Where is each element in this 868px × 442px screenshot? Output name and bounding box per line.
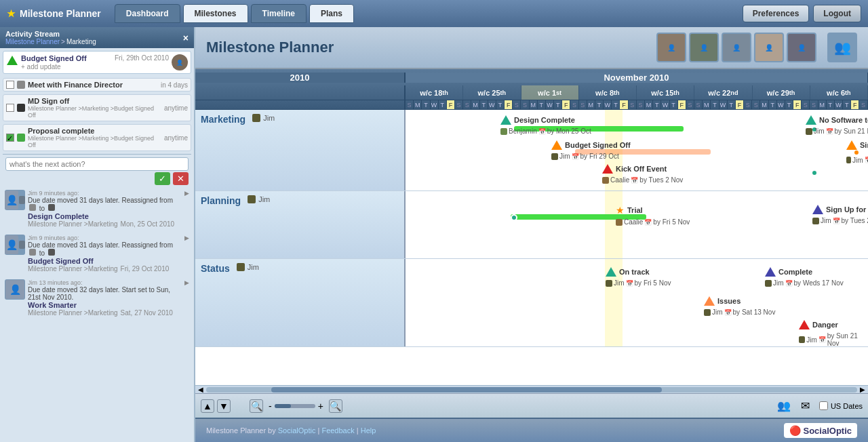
feed-action-2[interactable]: ▶ — [184, 235, 189, 241]
milestone-trial[interactable]: ★ Trial Caalie 📅 by Fri 5 Nov — [616, 205, 690, 226]
help-link[interactable]: Help — [361, 426, 376, 435]
milestone-design-complete[interactable]: Design Complete Benjamin 📅 by Mon 25 Oct — [500, 115, 591, 135]
section-name-status: Status — [201, 263, 230, 274]
no-software-owner: Jim 📅 by Sun 21 Nov — [806, 127, 868, 135]
avatar-5: 👤 — [787, 33, 816, 62]
gantt-scrollbar: ◀ ▶ — [195, 385, 868, 393]
scroll-left-arrow[interactable]: ◀ — [198, 386, 203, 393]
budget-signed-icon — [551, 140, 562, 150]
zoom-control-2[interactable]: 🔍 — [329, 399, 342, 413]
simple-label: Simple to use — [860, 141, 868, 149]
milestone-complete[interactable]: Complete Jim 📅 by Weds 17 Nov — [765, 267, 844, 287]
day-w8: W — [835, 100, 843, 109]
feed-meta-2: Milestone Planner >Marketing Fri, 29 Oct… — [28, 265, 182, 273]
next-action-input[interactable] — [5, 157, 189, 171]
milestone-danger[interactable]: Danger Jim 📅 by Sun 21 Nov — [799, 320, 868, 346]
task-checkbox-3[interactable]: ✓ — [6, 134, 14, 142]
triangle-green-icon — [7, 56, 18, 65]
day-m2: M — [471, 100, 479, 109]
gantt-row-marketing: Marketing Jim — [195, 110, 868, 191]
sidebar: Activity Stream Milestone Planner > Mark… — [0, 27, 195, 442]
day-f1: F — [447, 100, 455, 109]
sidebar-header: Activity Stream Milestone Planner > Mark… — [0, 27, 194, 48]
milestone-simple[interactable]: Simple to use Jim 📅 by Weds 24 Nov — [846, 140, 868, 167]
feed-action-3[interactable]: ▶ — [184, 279, 189, 286]
task-checkbox-1[interactable] — [6, 81, 14, 89]
zoom-control-1[interactable]: 🔍 — [250, 399, 263, 413]
zoom-out-button[interactable]: ▲ — [201, 399, 214, 413]
avatar-budget: 👤 — [172, 54, 188, 71]
mail-icon[interactable]: ✉ — [797, 398, 814, 414]
logout-button[interactable]: Logout — [813, 5, 861, 22]
signup-label: Sign Up for Milestone Planner — [826, 205, 868, 214]
close-sidebar-button[interactable]: × — [183, 33, 189, 43]
milestone-kick-off[interactable]: Kick Off Event Caalie 📅 by Tues 2 Nov — [602, 164, 683, 184]
day-t6: T — [711, 100, 719, 109]
feed-milestone-3[interactable]: Work Smarter — [28, 301, 182, 309]
add-update-link[interactable]: + add update — [21, 63, 61, 71]
owner-name-status: Jim — [248, 263, 259, 271]
social-optic-link[interactable]: SocialOptic — [278, 426, 316, 435]
group-avatar: 👥 — [827, 33, 857, 62]
task-icon-1 — [17, 81, 25, 89]
person-group-icon[interactable]: 👥 — [776, 398, 792, 414]
feed-milestone-1[interactable]: Design Complete — [28, 212, 182, 220]
day-s3: S — [521, 100, 529, 109]
milestone-signup[interactable]: Sign Up for Milestone Planner Jim 📅 by T… — [812, 205, 868, 224]
day-w5: W — [661, 100, 669, 109]
next-action-cancel[interactable]: ✕ — [173, 172, 189, 185]
task-checkbox-2[interactable] — [6, 104, 14, 112]
signup-icon — [812, 205, 823, 214]
milestone-no-software[interactable]: No Software to Install Jim 📅 by Sun 21 N… — [806, 115, 868, 135]
milestone-issues[interactable]: Issues Jim 📅 by Sat 13 Nov — [704, 296, 775, 316]
next-action-confirm[interactable]: ✓ — [155, 172, 170, 185]
zoom-plus[interactable]: + — [315, 401, 326, 411]
zoom-minus[interactable]: - — [266, 401, 275, 411]
issues-label: Issues — [717, 297, 741, 305]
danger-owner: Jim 📅 by Sun 21 Nov — [799, 332, 868, 346]
day-s7b: S — [802, 100, 810, 109]
zoom-in-button[interactable]: ▼ — [217, 399, 231, 413]
header-right: Preferences Logout — [743, 5, 861, 22]
tab-milestones[interactable]: Milestones — [183, 4, 248, 23]
day-w2: W — [488, 100, 496, 109]
budget-signed-owner: Jim 📅 by Fri 29 Oct — [551, 153, 619, 160]
day-th1: T — [439, 100, 447, 109]
gantt-chart-marketing: Design Complete Benjamin 📅 by Mon 25 Oct — [406, 110, 868, 190]
breadcrumb-home[interactable]: Milestone Planner — [5, 38, 60, 45]
zoom-fill — [275, 404, 291, 408]
scroll-right-arrow[interactable]: ▶ — [860, 386, 865, 393]
tab-dashboard[interactable]: Dashboard — [115, 4, 180, 23]
feed-milestone-2[interactable]: Budget Signed Off — [28, 257, 182, 265]
year-oct: 2010 — [195, 73, 406, 83]
design-complete-icon — [500, 115, 511, 125]
issues-icon — [704, 296, 715, 306]
us-dates-checkbox[interactable] — [819, 401, 828, 410]
tab-plans[interactable]: Plans — [309, 4, 354, 23]
design-complete-date: by Mon 25 Oct — [547, 127, 591, 135]
tab-timeline[interactable]: Timeline — [251, 4, 307, 23]
day-th3: T — [554, 100, 562, 109]
complete-date: by Weds 17 Nov — [794, 279, 844, 287]
feed-content-2: Jim 9 minutes ago: Due date moved 31 day… — [28, 235, 182, 273]
activity-budget-signed-off: Budget Signed Off Fri, 29th Oct 2010 + a… — [3, 51, 191, 74]
preferences-button[interactable]: Preferences — [743, 5, 810, 22]
gantt-label-marketing: Marketing Jim — [195, 110, 406, 190]
feedback-link[interactable]: Feedback — [321, 426, 354, 435]
zoom-track[interactable] — [275, 404, 315, 408]
milestone-budget-signed[interactable]: Budget Signed Off Jim 📅 by Fri 29 Oct — [551, 140, 631, 160]
design-complete-owner-name: Benjamin — [509, 127, 537, 135]
feed-action-1[interactable]: ▶ — [184, 190, 189, 197]
milestone-on-track[interactable]: On track Jim 📅 by Fri 5 Nov — [606, 267, 671, 287]
danger-icon — [799, 320, 810, 329]
feed-time-2: Jim 9 minutes ago: — [28, 235, 182, 241]
scroll-track[interactable] — [206, 387, 857, 393]
section-name-marketing: Marketing — [201, 114, 245, 125]
dot-planning — [511, 214, 517, 221]
gantt-chart-planning: ★ Trial Caalie 📅 by Fri 5 Nov — [406, 191, 868, 258]
scroll-thumb[interactable] — [271, 387, 662, 393]
task-icon-3 — [17, 134, 25, 142]
on-track-icon — [606, 267, 616, 277]
feed-item-1: 👤 Jim 9 minutes ago: Due date moved 31 d… — [3, 188, 191, 230]
signup-owner: Jim 📅 by Tues 23 Nov — [812, 217, 868, 224]
